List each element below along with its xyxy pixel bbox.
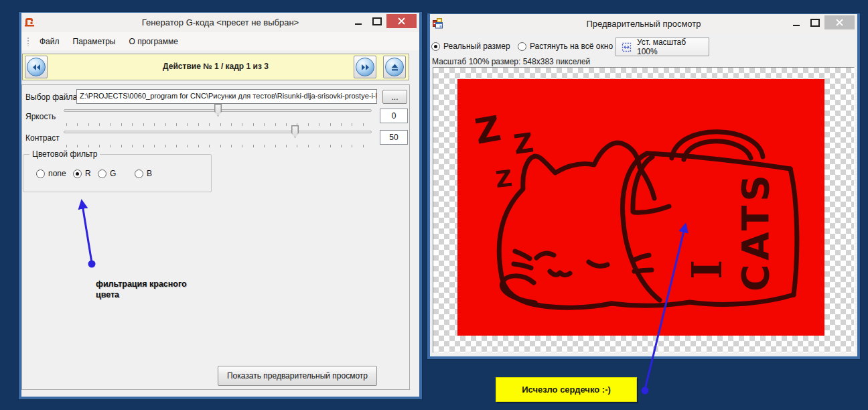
close-button[interactable] xyxy=(824,15,855,29)
maximize-button[interactable] xyxy=(806,15,824,29)
title-bar: Предварительный просмотр xyxy=(430,14,857,33)
contrast-ticks xyxy=(66,145,369,147)
close-icon xyxy=(398,17,405,25)
radio-label: G xyxy=(110,169,116,178)
action-banner: Действие № 1 / кадр 1 из 3 xyxy=(22,54,409,80)
filter-radio-r[interactable]: R xyxy=(73,169,91,178)
preview-image: Z Z Z I CATS xyxy=(457,79,824,336)
menu-parameters[interactable]: Параметры xyxy=(66,34,123,49)
browse-button[interactable]: ... xyxy=(382,90,407,104)
caption-buttons xyxy=(349,14,417,28)
brightness-thumb[interactable] xyxy=(214,104,222,117)
radio-label: B xyxy=(147,169,152,178)
contrast-label: Контраст xyxy=(25,133,60,143)
file-path-input[interactable]: Z:\PROJECTS\0060_program for CNC\Рисунки… xyxy=(76,89,377,104)
next-action-button[interactable] xyxy=(354,56,376,78)
minimize-button[interactable] xyxy=(787,15,806,29)
caption-buttons xyxy=(787,15,855,29)
radio-icon xyxy=(135,169,143,178)
brightness-label: Яркость xyxy=(25,112,56,121)
bag-word-cats: CATS xyxy=(734,171,777,291)
radio-icon xyxy=(518,42,526,51)
action-status: Действие № 1 / кадр 1 из 3 xyxy=(23,62,409,71)
eject-button[interactable] xyxy=(383,56,406,78)
menu-file[interactable]: Файл xyxy=(33,34,66,49)
set-scale-label: Уст. масштаб 100% xyxy=(637,38,709,56)
minimize-icon xyxy=(793,25,800,26)
preview-window: Предварительный просмотр Реальный размер… xyxy=(427,13,860,359)
maximize-icon xyxy=(810,19,820,27)
menu-grip-icon xyxy=(27,37,29,46)
radio-icon xyxy=(98,169,106,178)
title-bar: Генератор G-кода <пресет не выбран> xyxy=(21,13,419,32)
preview-panel: Z Z Z I CATS xyxy=(433,67,855,353)
menu-about[interactable]: О программе xyxy=(122,34,184,49)
red-filter-annotation: фильтрация красного цвета xyxy=(96,279,187,300)
close-button[interactable] xyxy=(386,14,417,28)
filter-radio-none[interactable]: none xyxy=(36,169,66,178)
radio-label: none xyxy=(48,169,66,178)
annotation-line1: фильтрация красного xyxy=(96,279,187,289)
contrast-value[interactable]: 50 xyxy=(380,130,408,145)
stretch-radio[interactable]: Растянуть на всё окно xyxy=(518,42,613,51)
filter-radio-g[interactable]: G xyxy=(98,169,116,178)
radio-icon-selected xyxy=(73,169,82,178)
filter-radio-b[interactable]: B xyxy=(135,169,152,178)
radio-label: Растянуть на всё окно xyxy=(530,42,613,51)
show-preview-button[interactable]: Показать предварительный просмотр xyxy=(218,366,377,386)
actual-size-icon xyxy=(622,42,632,52)
file-label: Выбор файла: xyxy=(25,92,79,102)
bag-letter-i: I xyxy=(682,260,731,279)
minimize-icon xyxy=(355,23,362,25)
color-filter-title: Цветовой фильтр xyxy=(29,149,100,159)
eject-icon xyxy=(385,58,404,76)
gcode-generator-window: Генератор G-кода <пресет не выбран> Файл… xyxy=(19,12,422,399)
color-filter-group: Цветовой фильтр none R G B xyxy=(23,154,212,192)
contrast-track[interactable] xyxy=(64,131,372,133)
maximize-button[interactable] xyxy=(368,14,386,28)
set-scale-button[interactable]: Уст. масштаб 100% xyxy=(616,38,709,56)
radio-icon xyxy=(36,169,45,178)
close-icon xyxy=(836,19,843,26)
brightness-value[interactable]: 0 xyxy=(380,109,408,123)
real-size-radio[interactable]: Реальный размер xyxy=(431,42,510,51)
contrast-slider[interactable] xyxy=(64,125,372,139)
brightness-slider[interactable] xyxy=(64,104,372,117)
radio-icon-selected xyxy=(431,42,440,51)
contrast-thumb[interactable] xyxy=(291,125,299,138)
menu-bar: Файл Параметры О программе xyxy=(21,32,419,50)
radio-label: Реальный размер xyxy=(443,42,510,51)
annotation-line2: цвета xyxy=(96,289,187,300)
radio-label: R xyxy=(85,169,91,178)
maximize-icon xyxy=(372,17,382,25)
next-icon xyxy=(356,58,374,76)
minimize-button[interactable] xyxy=(349,14,368,28)
arrow-dot-right xyxy=(642,387,649,395)
desktop: { "left": { "title": "Генератор G-кода <… xyxy=(0,0,868,410)
sleep-z-small: Z xyxy=(494,165,514,193)
heart-gone-annotation: Исчезло сердечко :-) xyxy=(496,377,637,402)
scale-info-label: Масштаб 100% размер: 548x383 пикселей xyxy=(432,57,590,66)
settings-panel: Выбор файла: Z:\PROJECTS\0060_program fo… xyxy=(21,84,410,390)
